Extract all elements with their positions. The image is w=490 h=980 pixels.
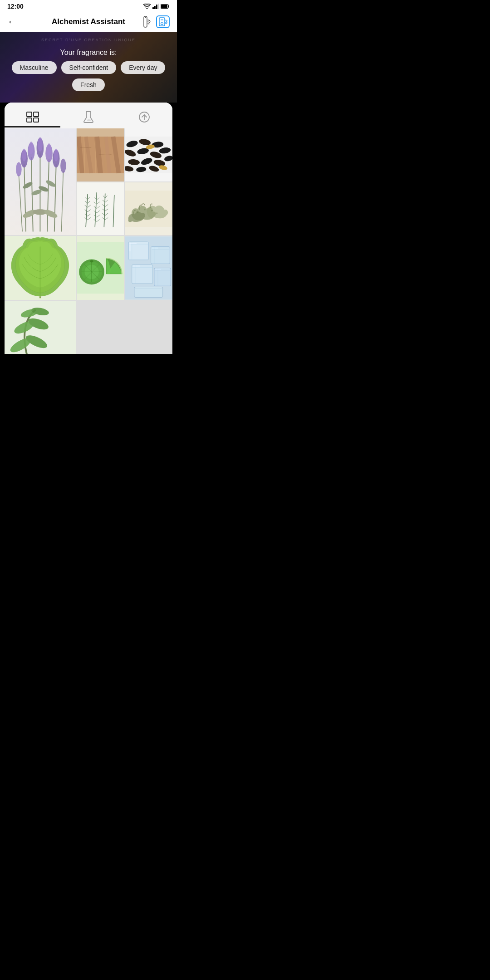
status-icons: [143, 4, 170, 9]
hero-bg-text: SECRET D'UNE CREATION UNIQUE: [41, 38, 136, 42]
page-title: Alchemist Assistant: [52, 17, 125, 26]
grid-cell-geranium: [5, 236, 76, 300]
signal-icon: [152, 4, 159, 9]
tag-masculine: Masculine: [12, 61, 57, 74]
svg-line-24: [19, 175, 22, 231]
grid-cell-lavender: [5, 128, 76, 235]
svg-point-32: [60, 159, 66, 173]
svg-rect-13: [27, 118, 32, 122]
svg-point-106: [144, 209, 146, 210]
svg-rect-1: [154, 6, 156, 9]
main-card: [5, 103, 172, 354]
header-actions: [141, 15, 170, 28]
svg-point-107: [152, 210, 153, 211]
header: ← Alchemist Assistant: [0, 12, 177, 32]
svg-rect-10: [161, 19, 163, 20]
svg-line-25: [61, 171, 63, 231]
svg-point-16: [87, 119, 91, 121]
tab-send[interactable]: [117, 107, 172, 128]
grid-cell-tonka: [125, 128, 172, 181]
hero-section: SECRET D'UNE CREATION UNIQUE Your fragra…: [0, 32, 177, 103]
back-button[interactable]: ←: [7, 17, 17, 27]
svg-line-19: [24, 164, 26, 231]
svg-rect-14: [34, 118, 39, 122]
tag-selfconfident: Self-confident: [61, 61, 117, 74]
fragrance-tags: Masculine Self-confident Every day Fresh: [0, 61, 177, 91]
tab-flask[interactable]: [60, 107, 116, 128]
grid-icon: [26, 112, 39, 122]
grid-cell-olive: [5, 301, 76, 354]
svg-rect-123: [151, 247, 170, 264]
svg-point-108: [157, 212, 158, 214]
svg-line-22: [47, 159, 49, 232]
svg-line-23: [54, 164, 56, 231]
flask-icon: [83, 111, 94, 123]
svg-rect-7: [145, 17, 146, 18]
grid-cell-rosemary: [77, 182, 124, 235]
battery-icon: [161, 4, 170, 9]
scan-icon[interactable]: [141, 15, 152, 28]
hero-label: Your fragrance is:: [60, 49, 117, 57]
svg-rect-126: [154, 268, 171, 286]
svg-rect-3: [158, 4, 159, 9]
svg-point-120: [90, 260, 93, 262]
svg-point-31: [16, 162, 22, 176]
svg-rect-0: [152, 7, 154, 9]
wifi-icon: [143, 4, 151, 9]
status-time: 12:00: [7, 3, 24, 10]
svg-point-35: [38, 137, 43, 152]
svg-rect-5: [161, 5, 167, 8]
ingredient-grid: [5, 128, 172, 354]
svg-rect-2: [156, 5, 157, 9]
tabs-row: [5, 103, 172, 128]
tag-fresh: Fresh: [72, 78, 105, 91]
svg-rect-63: [77, 191, 124, 227]
tab-grid[interactable]: [5, 108, 60, 127]
svg-rect-11: [27, 112, 32, 117]
grid-cell-moss: [125, 182, 172, 235]
circle-icon: [138, 111, 151, 123]
svg-rect-122: [129, 242, 149, 260]
status-bar: 12:00: [0, 0, 177, 12]
svg-point-9: [161, 23, 163, 25]
grid-cell-cedar: [77, 128, 124, 181]
svg-point-36: [47, 143, 51, 156]
grid-cell-lime: [77, 236, 124, 300]
svg-point-105: [137, 211, 139, 213]
svg-point-37: [54, 149, 58, 162]
grid-cell-ice: [125, 236, 172, 300]
device-icon[interactable]: [156, 15, 170, 28]
svg-point-33: [22, 149, 26, 162]
svg-point-34: [29, 142, 33, 154]
tag-everyday: Every day: [121, 61, 165, 74]
svg-point-41: [45, 179, 56, 188]
svg-rect-12: [34, 112, 39, 117]
